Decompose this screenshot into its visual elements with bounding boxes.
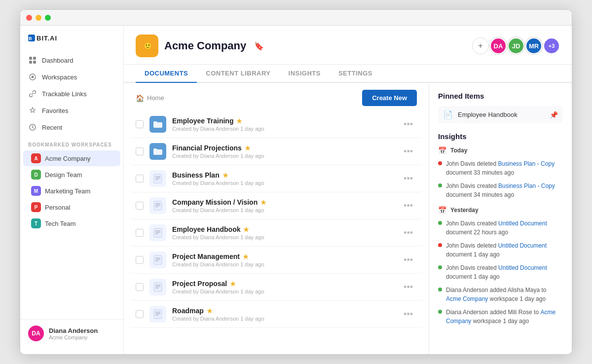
sidebar-nav: Dashboard Workspaces Trackable Links [20,52,123,135]
doc-menu-7[interactable]: ••• [400,307,417,322]
table-row[interactable]: Business Plan ★ Created by Diana Anderso… [130,165,423,192]
doc-menu-5[interactable]: ••• [400,253,417,267]
insight-text-3: John Davis deleted Untitled Document doc… [446,241,563,259]
star-icon-5[interactable]: ★ [243,253,249,260]
doc-menu-3[interactable]: ••• [400,199,417,213]
insight-text-5: Diana Anderson added Alisha Maya to Acme… [446,286,563,303]
yesterday-label: Yesterday [450,207,479,214]
table-row[interactable]: Project Management ★ Created by Diana An… [130,247,423,274]
table-row[interactable]: Project Proposal ★ Created by Diana Ande… [130,274,423,301]
doc-menu-6[interactable]: ••• [400,280,417,294]
green-dot-4 [438,265,442,269]
doc-checkbox-4[interactable] [136,229,144,237]
table-row[interactable]: Employee Training ★ Created by Diana And… [130,111,423,138]
bookmarked-personal[interactable]: P Personal [23,199,120,215]
doc-name-1: Financial Projections ★ [172,144,394,152]
bookmarked-marketing[interactable]: M Marketing Team [23,183,120,199]
svg-rect-28 [154,283,162,291]
logo: B BIT.AI [20,33,123,52]
minimize-button[interactable] [36,15,41,21]
sidebar-item-recent[interactable]: Recent [20,119,123,135]
tab-settings[interactable]: SETTINGS [330,65,381,83]
extra-avatars-button[interactable]: +3 [543,37,560,54]
bookmarked-acme[interactable]: A Acme Company [23,150,120,166]
table-row[interactable]: Roadmap ★ Created by Diana Anderson 1 da… [130,301,423,328]
doc-checkbox-6[interactable] [136,283,144,291]
doc-meta-3: Created by Diana Anderson 1 day ago [172,207,394,213]
tab-content-library[interactable]: CONTENT LIBRARY [197,65,279,83]
insight-link-5[interactable]: Acme Company [446,295,488,302]
table-row[interactable]: Employee Handbook ★ Created by Diana And… [130,219,423,247]
table-row[interactable]: Financial Projections ★ Created by Diana… [130,138,423,165]
star-icon-7[interactable]: ★ [207,307,213,315]
insight-link-2[interactable]: Untitled Document [498,220,547,227]
doc-checkbox-7[interactable] [136,310,144,318]
tabs-row: DOCUMENTS CONTENT LIBRARY INSIGHTS SETTI… [124,65,572,83]
star-icon-3[interactable]: ★ [260,199,266,206]
insight-link-4[interactable]: Untitled Document [498,264,547,271]
tab-insights[interactable]: INSIGHTS [280,65,330,83]
workspace-bookmark-icon[interactable]: 🔖 [254,41,264,51]
star-icon-6[interactable]: ★ [230,280,236,288]
insights-yesterday-group: 📅 Yesterday John Davis created Untitled … [438,206,563,326]
sidebar-item-dashboard[interactable]: Dashboard [20,52,123,68]
pinned-item-0[interactable]: 📄 Employee Handbook 📌 [438,106,563,123]
add-member-button[interactable]: + [472,37,489,54]
doc-checkbox-5[interactable] [136,256,144,264]
file-icon-7 [149,306,166,323]
maximize-button[interactable] [45,15,51,21]
avatar-3[interactable]: MR [525,37,542,54]
insight-link-1[interactable]: Business Plan - Copy [498,182,555,189]
doc-menu-0[interactable]: ••• [400,117,417,132]
sidebar-item-favorites[interactable]: Favorites [20,103,123,118]
star-icon-4[interactable]: ★ [243,226,249,233]
create-new-button[interactable]: Create New [362,90,417,106]
file-icon-4 [149,224,166,241]
svg-text:🙂: 🙂 [144,42,152,50]
avatar-1[interactable]: DA [490,37,507,54]
insight-link-3[interactable]: Untitled Document [498,242,547,249]
workspace-title-row: 🙂 Acme Company 🔖 [136,35,264,64]
doc-name-6: Project Proposal ★ [172,280,394,288]
star-icon-1[interactable]: ★ [245,145,251,152]
insight-link-6[interactable]: Acme Company [446,309,555,325]
doc-meta-0: Created by Diana Anderson 1 day ago [172,126,394,132]
doc-checkbox-3[interactable] [136,202,144,210]
doc-checkbox-0[interactable] [136,120,144,128]
doc-info-3: Company Mission / Vision ★ Created by Di… [172,198,394,213]
doc-menu-2[interactable]: ••• [400,172,417,186]
unpin-icon[interactable]: 📌 [550,111,558,119]
star-icon-2[interactable]: ★ [222,172,228,179]
doc-info-6: Project Proposal ★ Created by Diana Ande… [172,280,394,294]
green-dot-1 [438,183,442,187]
insight-item-2: John Davis created Untitled Document doc… [438,219,563,237]
doc-menu-1[interactable]: ••• [400,145,417,159]
insight-item-0: John Davis deleted Business Plan - Copy … [438,159,563,177]
design-dot: D [31,170,41,180]
sidebar-item-trackable-links[interactable]: Trackable Links [20,86,123,102]
svg-rect-3 [29,57,32,60]
tab-documents[interactable]: DOCUMENTS [136,65,197,83]
star-icon-0[interactable]: ★ [236,117,242,125]
insight-item-5: Diana Anderson added Alisha Maya to Acme… [438,286,563,303]
marketing-label: Marketing Team [45,187,90,195]
doc-meta-1: Created by Diana Anderson 1 day ago [172,153,394,159]
sidebar-item-workspaces[interactable]: Workspaces [20,69,123,85]
table-row[interactable]: Company Mission / Vision ★ Created by Di… [130,192,423,219]
body-split: 🏠 Home Create New [124,83,572,354]
doc-info-2: Business Plan ★ Created by Diana Anderso… [172,171,394,186]
insights-today-group: 📅 Today John Davis deleted Business Plan… [438,146,563,199]
insight-item-4: John Davis created Untitled Document doc… [438,263,563,281]
doc-menu-4[interactable]: ••• [400,226,417,240]
avatar-2[interactable]: JD [508,37,524,54]
doc-checkbox-2[interactable] [136,175,144,182]
doc-checkbox-1[interactable] [136,147,144,155]
doc-info-5: Project Management ★ Created by Diana An… [172,253,394,267]
svg-rect-32 [154,310,162,319]
bookmarked-design[interactable]: D Design Team [23,167,120,182]
svg-rect-5 [29,61,32,64]
insight-link-0[interactable]: Business Plan - Copy [498,160,555,167]
acme-dot: A [31,153,41,163]
bookmarked-tech[interactable]: T Tech Team [23,216,120,231]
close-button[interactable] [26,15,32,21]
